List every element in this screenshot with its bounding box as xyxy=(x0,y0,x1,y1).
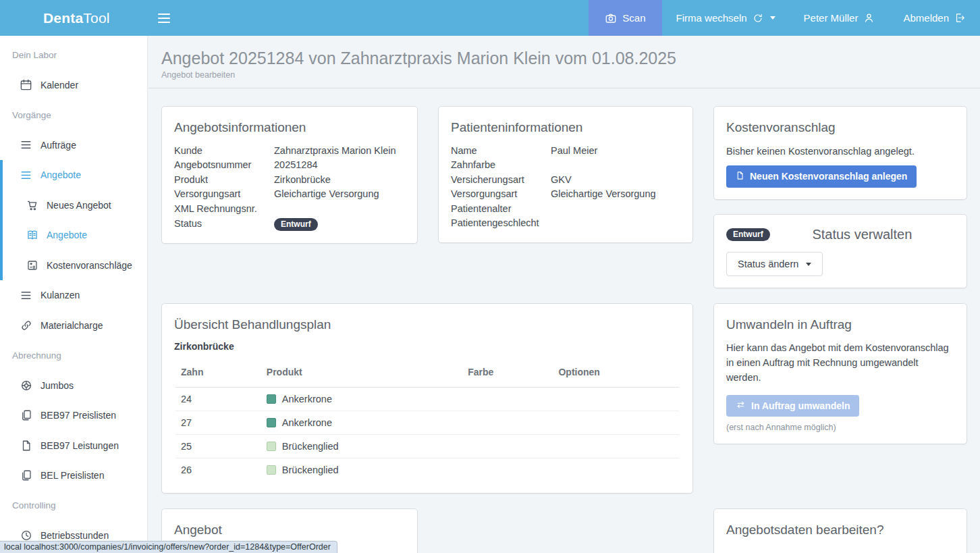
change-status-label: Status ändern xyxy=(738,259,798,269)
table-row: 26 Brückenglied xyxy=(175,458,679,482)
info-label: Status xyxy=(174,217,274,232)
main-content: Angebot 20251284 von Zahnarztpraxis Mari… xyxy=(148,36,980,553)
sidebar-item-label: Aufträge xyxy=(40,140,76,151)
logout-button[interactable]: Abmelden xyxy=(889,0,980,36)
status-card: Entwurf Status verwalten Status ändern xyxy=(713,214,967,288)
cell-zahn: 24 xyxy=(175,388,261,411)
sidebar-item-beb97-leistungen[interactable]: BEB97 Leistungen xyxy=(0,431,147,461)
info-value: Zahnarztpraxis Marion Klein xyxy=(274,144,396,159)
scan-button[interactable]: Scan xyxy=(589,0,661,36)
sidebar-group-angebote: Angebote Neues Angebot Angebote Kostenvo… xyxy=(0,160,147,280)
color-swatch xyxy=(267,465,276,475)
sidebar-item-bel-preislisten[interactable]: BEL Preislisten xyxy=(0,460,147,491)
convert-card-text: Hier kann das Angebot mit dem Kostenvora… xyxy=(726,341,954,385)
treatment-plan-card: Übersicht Behandlungsplan Zirkonbrücke Z… xyxy=(161,303,693,494)
patient-info-card: Patienteninformationen NamePaul Meier Za… xyxy=(438,106,693,243)
column-header-zahn: Zahn xyxy=(175,363,261,388)
offer-card-title: Angebot xyxy=(174,523,405,537)
info-label: Versorgungsart xyxy=(174,187,274,202)
cell-farbe xyxy=(462,388,553,411)
logout-label: Abmelden xyxy=(903,12,949,24)
sidebar-item-label: Kulanzen xyxy=(40,290,80,300)
sidebar-item-label: Jumbos xyxy=(40,380,74,391)
book-icon xyxy=(26,229,38,242)
app-header: DentaTool Scan Firma wechseln Peter Müll… xyxy=(0,0,980,36)
calculator-icon xyxy=(26,259,38,271)
column-header-produkt: Produkt xyxy=(261,363,462,388)
convert-card-note: (erst nach Annahme möglich) xyxy=(726,423,954,432)
cell-farbe xyxy=(462,435,553,458)
change-status-button[interactable]: Status ändern xyxy=(726,252,823,276)
offer-info-title: Angebotsinformationen xyxy=(174,120,405,135)
sidebar-item-materialcharge[interactable]: Materialcharge xyxy=(0,311,147,341)
info-value: 20251284 xyxy=(274,158,318,173)
sidebar-item-neues-angebot[interactable]: Neues Angebot xyxy=(0,190,147,221)
sidebar-item-kalender[interactable]: Kalender xyxy=(0,70,147,101)
info-label: Name xyxy=(451,144,551,159)
swap-arrows-icon xyxy=(736,400,746,412)
app-logo[interactable]: DentaTool xyxy=(0,10,148,26)
page-title: Angebot 20251284 von Zahnarztpraxis Mari… xyxy=(161,49,980,68)
file-icon xyxy=(736,171,744,183)
table-row: 24 Ankerkrone xyxy=(175,388,679,411)
user-menu-button[interactable]: Peter Müller xyxy=(790,0,890,36)
info-label: XML Rechnungsnr. xyxy=(174,202,274,217)
edit-offer-card: Angebotsdaten bearbeiten? Angebotsdaten … xyxy=(713,508,967,553)
list-icon xyxy=(20,138,32,151)
convert-to-order-button[interactable]: In Auftrag umwandeln xyxy=(726,395,859,417)
info-label: Zahnfarbe xyxy=(451,158,551,173)
cell-optionen xyxy=(553,435,679,458)
link-preview-statusbar: local localhost:3000/companies/1/invoici… xyxy=(0,541,337,553)
sidebar-item-angebote-liste[interactable]: Angebote xyxy=(0,220,147,251)
info-label: Angebotsnummer xyxy=(174,158,274,173)
cart-icon xyxy=(26,199,38,211)
file-icon xyxy=(20,439,32,452)
treatment-plan-subtitle: Zirkonbrücke xyxy=(174,341,680,352)
sidebar-section-abrechnung: Abrechnung xyxy=(0,340,147,371)
info-label: Produkt xyxy=(174,173,274,188)
cell-farbe xyxy=(462,411,553,435)
cell-zahn: 26 xyxy=(175,458,261,482)
company-switch-button[interactable]: Firma wechseln xyxy=(662,0,790,36)
list-icon xyxy=(20,169,32,182)
copy-icon xyxy=(20,409,32,422)
sidebar-item-label: Betriebsstunden xyxy=(40,530,109,541)
sidebar-item-label: Angebote xyxy=(47,230,87,240)
logout-icon xyxy=(954,12,966,24)
sidebar-item-angebote[interactable]: Angebote xyxy=(0,160,147,190)
sidebar-item-label: Materialcharge xyxy=(40,320,103,331)
new-kostenvoranschlag-button[interactable]: Neuen Kostenvoranschlag anlegen xyxy=(726,165,917,188)
column-header-farbe: Farbe xyxy=(462,363,553,388)
cell-optionen xyxy=(553,388,679,411)
calendar-icon xyxy=(20,78,32,91)
column-header-optionen: Optionen xyxy=(553,363,679,388)
convert-to-order-label: In Auftrag umwandeln xyxy=(751,400,850,412)
treatment-plan-table: Zahn Produkt Farbe Optionen 24 Ankerkron… xyxy=(175,363,679,481)
info-label: Patientenalter xyxy=(451,202,551,217)
caret-down-icon xyxy=(770,16,775,20)
status-badge: Entwurf xyxy=(726,228,770,241)
refresh-icon xyxy=(753,13,763,24)
convert-card: Umwandeln in Auftrag Hier kann das Angeb… xyxy=(713,303,967,444)
cell-produkt: Ankerkrone xyxy=(261,411,462,435)
cell-zahn: 25 xyxy=(175,435,261,458)
camera-icon xyxy=(605,12,617,24)
info-value: Gleichartige Versorgung xyxy=(551,187,656,202)
convert-card-title: Umwandeln in Auftrag xyxy=(726,317,954,332)
sidebar-item-beb97-preislisten[interactable]: BEB97 Preislisten xyxy=(0,400,147,431)
info-value: Gleichartige Versorgung xyxy=(274,187,379,202)
table-row: 25 Brückenglied xyxy=(175,435,679,458)
sidebar-item-jumbos[interactable]: Jumbos xyxy=(0,371,147,401)
list-icon xyxy=(20,289,32,302)
sidebar-item-kostenvoranschlaege[interactable]: Kostenvoranschläge xyxy=(0,251,147,281)
sidebar-item-auftraege[interactable]: Aufträge xyxy=(0,130,147,161)
sidebar-item-kulanzen[interactable]: Kulanzen xyxy=(0,280,147,311)
cell-farbe xyxy=(462,458,553,482)
sidebar-item-label: BEB97 Preislisten xyxy=(40,410,116,421)
sidebar-toggle-icon[interactable] xyxy=(158,11,170,26)
info-value: Paul Meier xyxy=(551,144,597,159)
info-label: Kunde xyxy=(174,144,274,159)
user-icon xyxy=(863,12,875,24)
sidebar-item-label: Angebote xyxy=(40,169,81,180)
offer-info-card: Angebotsinformationen KundeZahnarztpraxi… xyxy=(161,106,418,244)
